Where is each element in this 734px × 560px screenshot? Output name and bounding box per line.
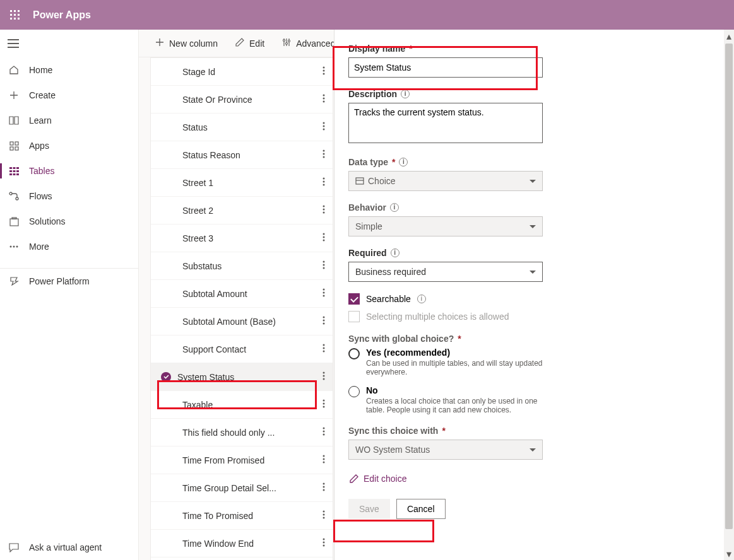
column-row[interactable]: Street 1	[151, 169, 333, 197]
column-row[interactable]: Stage Id	[151, 58, 333, 86]
nav-learn[interactable]: Learn	[0, 108, 138, 133]
svg-point-81	[323, 486, 325, 488]
waffle-icon[interactable]	[0, 0, 30, 30]
row-more-icon[interactable]	[320, 452, 328, 468]
column-row[interactable]: Street 2	[151, 197, 333, 225]
column-row[interactable]: Substatus	[151, 252, 333, 280]
svg-rect-2	[18, 10, 20, 12]
svg-point-35	[323, 67, 325, 69]
data-type-label: Data type* i	[348, 157, 710, 167]
new-column-button[interactable]: New column	[149, 33, 224, 54]
svg-rect-92	[356, 178, 364, 184]
svg-point-37	[323, 73, 325, 75]
description-input[interactable]	[348, 103, 543, 143]
required-select[interactable]: Business required	[348, 262, 543, 282]
row-more-icon[interactable]	[320, 341, 328, 357]
svg-point-64	[323, 323, 325, 325]
radio-desc: Can be used in multiple tables, and will…	[366, 359, 555, 376]
info-icon[interactable]: i	[399, 158, 408, 166]
nav-create[interactable]: Create	[0, 83, 138, 108]
row-more-icon[interactable]	[320, 313, 328, 329]
radio-desc: Creates a local choice that can only be …	[366, 397, 555, 414]
row-more-icon[interactable]	[320, 508, 328, 523]
nav-ask-agent[interactable]: Ask a virtual agent	[0, 535, 138, 560]
row-more-icon[interactable]	[320, 258, 328, 274]
svg-point-85	[323, 517, 325, 519]
nav-power-platform[interactable]: Power Platform	[0, 268, 138, 293]
svg-point-42	[323, 125, 325, 127]
svg-point-76	[323, 434, 325, 436]
row-more-icon[interactable]	[320, 91, 328, 107]
searchable-checkbox[interactable]	[348, 293, 360, 305]
advanced-button[interactable]: Advanced	[276, 33, 341, 54]
row-more-icon[interactable]	[320, 480, 328, 496]
row-more-icon[interactable]	[320, 535, 328, 551]
sync-no-option[interactable]: No Creates a local choice that can only …	[348, 385, 710, 414]
edit-choice-button[interactable]: Edit choice	[348, 471, 408, 486]
column-row[interactable]: Time Group Detail Sel...	[151, 474, 333, 502]
info-icon[interactable]: i	[417, 295, 426, 303]
row-more-icon[interactable]	[320, 286, 328, 301]
edit-button[interactable]: Edit	[229, 33, 271, 54]
display-name-label: Display name*	[348, 44, 710, 54]
column-row[interactable]: Status	[151, 114, 333, 141]
svg-point-75	[323, 431, 325, 433]
scrollbar[interactable]: ▴ ▾	[724, 30, 734, 560]
column-list: Stage IdState Or ProvinceStatusStatus Re…	[150, 57, 333, 560]
display-name-input[interactable]	[348, 57, 543, 78]
row-more-icon[interactable]	[320, 64, 328, 79]
column-row[interactable]: System Status	[151, 363, 333, 391]
svg-point-61	[323, 295, 325, 297]
nav-solutions[interactable]: Solutions	[0, 209, 138, 234]
svg-point-43	[323, 129, 325, 131]
column-row[interactable]: Time Window Start	[151, 557, 333, 560]
nav-home[interactable]: Home	[0, 57, 138, 83]
svg-rect-12	[10, 142, 13, 145]
row-more-icon[interactable]	[320, 147, 328, 163]
more-icon	[8, 245, 20, 248]
cancel-button[interactable]: Cancel	[396, 499, 446, 519]
row-more-icon[interactable]	[320, 397, 328, 412]
svg-point-31	[16, 246, 18, 248]
info-icon[interactable]: i	[390, 203, 399, 212]
column-row[interactable]: Status Reason	[151, 141, 333, 169]
nav-flows[interactable]: Flows	[0, 184, 138, 209]
scroll-thumb[interactable]	[725, 44, 733, 529]
scroll-up-icon[interactable]: ▴	[725, 32, 733, 40]
nav-tables[interactable]: Tables	[0, 158, 138, 184]
hamburger-icon[interactable]	[0, 30, 138, 57]
column-row[interactable]: Time To Promised	[151, 502, 333, 530]
svg-rect-28	[12, 218, 16, 219]
apps-icon	[8, 141, 20, 151]
nav-apps[interactable]: Apps	[0, 133, 138, 158]
nav-more[interactable]: More	[0, 234, 138, 259]
svg-point-59	[323, 289, 325, 291]
svg-rect-17	[13, 167, 15, 169]
column-row[interactable]: This field should only ...	[151, 419, 333, 446]
radio-label: No	[366, 385, 555, 395]
info-icon[interactable]: i	[391, 248, 400, 257]
row-more-icon[interactable]	[320, 424, 328, 440]
row-more-icon[interactable]	[320, 119, 328, 135]
column-row[interactable]: Support Contact	[151, 335, 333, 363]
solutions-icon	[8, 217, 20, 226]
row-more-icon[interactable]	[320, 175, 328, 190]
svg-point-69	[323, 375, 325, 377]
svg-point-41	[323, 122, 325, 124]
svg-point-38	[323, 95, 325, 96]
row-more-icon[interactable]	[320, 230, 328, 246]
column-row[interactable]: Taxable	[151, 391, 333, 419]
column-row[interactable]: Time From Promised	[151, 446, 333, 474]
nav-label: Flows	[29, 191, 52, 201]
info-icon[interactable]: i	[401, 90, 410, 98]
sync-yes-option[interactable]: Yes (recommended) Can be used in multipl…	[348, 347, 710, 376]
column-row[interactable]: Subtotal Amount (Base)	[151, 308, 333, 335]
column-row[interactable]: Time Window End	[151, 530, 333, 557]
scroll-down-icon[interactable]: ▾	[725, 550, 733, 557]
row-more-icon[interactable]	[320, 202, 328, 218]
column-row[interactable]: Street 3	[151, 225, 333, 252]
column-row[interactable]: Subtotal Amount	[151, 280, 333, 308]
column-row[interactable]: State Or Province	[151, 86, 333, 114]
row-more-icon[interactable]	[320, 369, 328, 385]
behavior-label: Behavior i	[348, 202, 710, 213]
